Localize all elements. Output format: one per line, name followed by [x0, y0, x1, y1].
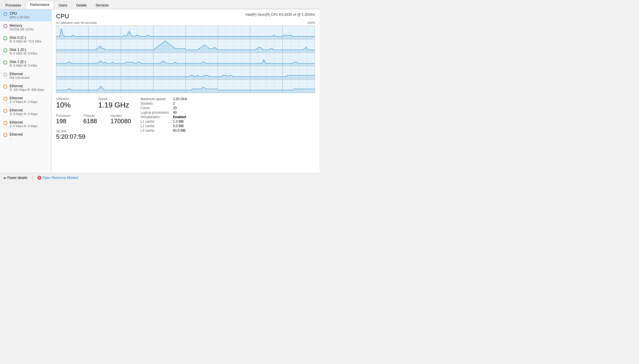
uptime-stat-value: 5:20:07:59	[56, 133, 131, 140]
sidebar-item-memory[interactable]: Memory 55/256 GB (21%)	[0, 21, 51, 33]
sidebar-ethernet-nc-label: Ethernet	[10, 72, 30, 76]
tab-details[interactable]: Details	[72, 1, 91, 9]
cpu-title: CPU	[56, 13, 69, 20]
speed-stat-label: Speed	[98, 97, 131, 100]
sidebar-ethernet1-label: Ethernet	[10, 84, 44, 88]
sidebar-item-disk2[interactable]: Disk 2 (E:) R: 0 KB/s W: 0 KB/s	[0, 58, 51, 70]
sidebar-ethernet3-detail: S: 0 Kbps R: 0 Kbps	[10, 112, 37, 116]
sidebar-item-ethernet2[interactable]: Ethernet S: 0 Kbps R: 0 Kbps	[0, 94, 51, 106]
cpu-graph-cell-33	[89, 80, 121, 93]
cpu-graph-cell-23	[283, 53, 315, 66]
sidebar-item-ethernet5[interactable]: Ethernet ...	[0, 130, 51, 142]
handles-stat: Handles 170080	[110, 114, 135, 127]
virt-label: Virtualization:	[140, 115, 169, 119]
logical-value: 40	[173, 111, 187, 114]
speed-stat-value: 1.19 GHz	[98, 101, 131, 109]
threads-stat-label: Threads	[83, 114, 104, 117]
max-speed-label: Maximum speed:	[140, 97, 169, 101]
cpu-graph-cell-0	[56, 26, 88, 39]
sidebar-item-ethernet4[interactable]: Ethernet S: 0 Kbps R: 0 Kbps	[0, 118, 51, 130]
uptime-stat: Up time 5:20:07:59	[56, 129, 135, 143]
cpu-graph-cell-31	[283, 66, 315, 79]
separator: |	[32, 176, 33, 180]
cpu-graph-grid	[56, 26, 315, 93]
sidebar: CPU 10% 1.19 GHz Memory 55/256 GB (21%) …	[0, 9, 52, 173]
virt-value: Enabled	[173, 115, 187, 119]
tab-bar: Processes Performance Users Details Serv…	[0, 0, 320, 9]
cpu-graph-cell-4	[186, 26, 218, 39]
processes-stat-label: Processes	[56, 114, 77, 117]
sidebar-item-cpu[interactable]: CPU 10% 1.19 GHz	[0, 9, 51, 21]
sidebar-item-ethernet3[interactable]: Ethernet S: 0 Kbps R: 0 Kbps	[0, 106, 51, 118]
l2-value: 5.0 MB	[173, 124, 187, 128]
logical-label: Logical processors:	[140, 111, 169, 114]
sockets-value: 2	[173, 102, 187, 105]
processes-stat-value: 198	[56, 118, 77, 125]
cpu-graph-cell-22	[250, 53, 282, 66]
tab-users[interactable]: Users	[54, 1, 72, 9]
sidebar-cpu-detail: 10% 1.19 GHz	[10, 15, 30, 19]
ethernet3-indicator	[3, 109, 7, 113]
cpu-graph-cell-13	[218, 39, 250, 53]
sidebar-ethernet2-label: Ethernet	[10, 96, 37, 100]
sidebar-item-ethernet1[interactable]: Ethernet S: 232 Kbps R: 408 Kbps	[0, 82, 51, 94]
sidebar-disk0-detail: R: 0 KB/s W: 73.5 KB/s	[10, 40, 42, 43]
cpu-graph-cell-37	[218, 80, 250, 93]
sidebar-disk0-label: Disk 0 (C:)	[10, 36, 42, 40]
sidebar-item-disk1[interactable]: Disk 1 (D:) R: 0 KB/s W: 0 KB/s	[0, 46, 51, 58]
disk1-indicator	[3, 48, 7, 52]
cpu-graph-cell-12	[186, 39, 218, 53]
sidebar-disk2-detail: R: 0 KB/s W: 0 KB/s	[10, 64, 37, 67]
tab-performance[interactable]: Performance	[26, 1, 54, 9]
fewer-details-button[interactable]: Fewer details	[3, 176, 27, 180]
cpu-graph-cell-34	[121, 80, 153, 93]
utilization-stat-value: 10%	[56, 101, 89, 109]
cpu-indicator	[3, 12, 7, 16]
sidebar-ethernet-nc-detail: Not connected	[10, 76, 30, 79]
disk2-indicator	[3, 60, 7, 64]
utilization-label: % Utilization over 60 seconds 100%	[56, 21, 315, 24]
chevron-up-icon	[3, 177, 6, 179]
open-resource-monitor-button[interactable]: ✕ Open Resource Monitor	[37, 176, 78, 180]
sidebar-disk2-label: Disk 2 (E:)	[10, 60, 37, 64]
cpu-graph-cell-5	[218, 26, 250, 39]
ethernet-nc-indicator	[3, 73, 7, 77]
cpu-graph-cell-25	[89, 66, 121, 79]
utilization-stat-label: Utilization	[56, 97, 89, 100]
cpu-graph-cell-9	[89, 39, 121, 53]
cpu-graph-cell-1	[89, 26, 121, 39]
cpu-model: Intel(R) Xeon(R) CPU E5-2630 v4 @ 2.20GH…	[245, 13, 315, 17]
content-panel: CPU Intel(R) Xeon(R) CPU E5-2630 v4 @ 2.…	[52, 9, 320, 173]
cpu-graph-cell-30	[250, 66, 282, 79]
ethernet1-indicator	[3, 85, 7, 89]
l2-label: L2 cache:	[140, 124, 169, 128]
cpu-graph-cell-38	[250, 80, 282, 93]
speed-stat: Speed 1.19 GHz	[98, 97, 135, 112]
cpu-graph-cell-8	[56, 39, 88, 53]
cpu-graph-cell-6	[250, 26, 282, 39]
cpu-graph-cell-2	[121, 26, 153, 39]
uptime-stat-label: Up time	[56, 129, 131, 133]
ethernet4-indicator	[3, 121, 7, 125]
sidebar-ethernet3-label: Ethernet	[10, 108, 37, 112]
ethernet5-indicator	[3, 133, 7, 137]
cpu-graph-cell-20	[186, 53, 218, 66]
cpu-graph-cell-21	[218, 53, 250, 66]
sidebar-ethernet5-detail: ...	[10, 136, 23, 140]
cpu-graph-cell-36	[186, 80, 218, 93]
max-speed-value: 2.20 GHz	[173, 97, 187, 101]
l1-value: 1.3 MB	[173, 120, 187, 123]
cpu-header: CPU Intel(R) Xeon(R) CPU E5-2630 v4 @ 2.…	[56, 13, 315, 20]
tab-services[interactable]: Services	[91, 1, 113, 9]
sidebar-ethernet1-detail: S: 232 Kbps R: 408 Kbps	[10, 88, 44, 91]
handles-stat-value: 170080	[110, 118, 131, 125]
sidebar-item-disk0[interactable]: Disk 0 (C:) R: 0 KB/s W: 73.5 KB/s	[0, 33, 51, 46]
cpu-graph-cell-11	[153, 39, 186, 53]
tab-processes[interactable]: Processes	[1, 1, 25, 9]
cpu-specs: Maximum speed: 2.20 GHz Sockets: 2 Cores…	[140, 97, 187, 143]
sidebar-item-ethernet-nc[interactable]: Ethernet Not connected	[0, 70, 51, 82]
ethernet2-indicator	[3, 97, 7, 101]
cpu-graph-cell-28	[186, 66, 218, 79]
memory-indicator	[3, 24, 7, 28]
cpu-graph-cell-19	[153, 53, 186, 66]
